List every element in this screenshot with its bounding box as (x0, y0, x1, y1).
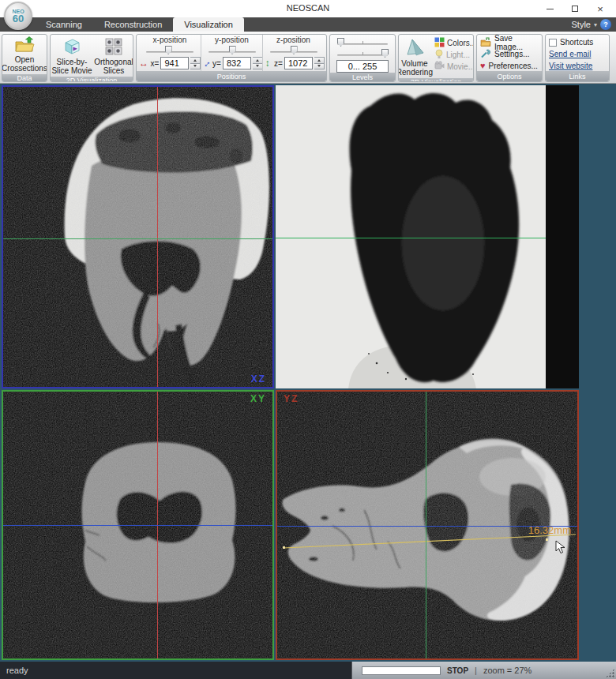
tab-reconstruction[interactable]: Reconstruction (93, 18, 173, 32)
group-2d-visualization: Slice-by-Slice Movie Orthogonal Sl (50, 34, 133, 82)
up-arrow-icon (256, 59, 259, 62)
z-prefix: z= (274, 59, 283, 68)
z-axis-icon: ↕ (262, 58, 272, 69)
y-slider-thumb[interactable] (229, 46, 236, 54)
settings-label: Settings... (494, 50, 529, 58)
volume-rendering-button[interactable]: Volume Rendering (398, 36, 434, 78)
z-position-slider[interactable] (270, 45, 317, 55)
maximize-icon (572, 6, 578, 12)
shortcuts-checkbox-icon (549, 39, 557, 47)
window-title: NEOSCAN (0, 3, 616, 13)
colors-button[interactable]: Colors... (434, 37, 474, 48)
help-icon[interactable]: ? (600, 19, 611, 30)
x-prefix: x= (151, 59, 160, 68)
orthogonal-slices-button[interactable]: Orthogonal Slices (95, 36, 133, 77)
down-arrow-icon (193, 65, 197, 67)
slice-movie-label: Slice-by-Slice Movie (51, 58, 92, 75)
up-arrow-icon (317, 59, 321, 62)
status-right-panel: STOP | zoom = 27% (351, 662, 616, 679)
group-label-positions: Positions (137, 71, 326, 81)
open-crossections-label: Open Crossections (2, 55, 47, 73)
group-label-data: Data (2, 74, 47, 82)
xy-crosshair-horizontal (3, 525, 272, 526)
slider-tick (362, 41, 363, 44)
xz-slice-image (3, 87, 272, 387)
z-spinner (314, 57, 325, 69)
group-options: Save Image... Settings... ♥ Preferences.… (476, 34, 543, 82)
levels-range-input[interactable]: 0... 255 (336, 60, 389, 73)
level-max-slider[interactable] (337, 48, 388, 58)
y-spinner (253, 57, 263, 69)
yz-crosshair-vertical (426, 392, 426, 658)
minimize-button[interactable] (537, 0, 562, 17)
resize-grip[interactable] (606, 669, 614, 677)
save-image-button[interactable]: Save Image... (480, 37, 542, 47)
group-label-levels: Levels (330, 73, 395, 81)
logo-text-bottom: 60 (13, 14, 24, 24)
viewport-yz[interactable]: YZ 16.32mm (276, 390, 579, 660)
z-position-control: z-position ↕ z= 1072 (262, 35, 324, 71)
viewport-workspace: XZ (0, 84, 616, 662)
volume-rendering-icon (404, 38, 425, 58)
x-position-slider[interactable] (146, 45, 193, 55)
xz-viewport-label: XZ (251, 373, 266, 385)
stop-button[interactable]: STOP (447, 666, 468, 675)
light-label: Light... (446, 51, 470, 59)
ribbon-tab-bar: Scanning Reconstruction Visualization St… (0, 17, 616, 32)
projection-crosshair-horizontal (276, 238, 546, 238)
maximize-button[interactable] (562, 0, 588, 17)
orthogonal-slices-icon (105, 38, 122, 57)
viewport-projection[interactable] (276, 85, 579, 388)
app-logo[interactable]: NEO 60 (4, 2, 32, 30)
style-menu[interactable]: Style (572, 20, 591, 29)
yz-viewport-label: YZ (284, 393, 299, 404)
ribbon-toolbar: Open Crossections Data Slice (0, 32, 616, 84)
tab-scanning[interactable]: Scanning (35, 18, 93, 32)
open-folder-icon (14, 36, 35, 54)
minimize-icon (547, 9, 554, 9)
z-spin-down[interactable] (314, 63, 324, 69)
movie-button[interactable]: Movie... (434, 61, 474, 72)
viewport-xy[interactable]: XY (2, 390, 274, 660)
shortcuts-toggle[interactable]: Shortcuts (549, 37, 593, 47)
light-button[interactable]: Light... (434, 49, 474, 60)
preferences-label: Preferences... (489, 62, 538, 70)
light-bulb-icon (434, 49, 444, 61)
visit-website-link[interactable]: Visit website (549, 61, 592, 71)
settings-button[interactable]: Settings... (480, 49, 529, 59)
save-image-icon (480, 37, 491, 48)
projection-image (276, 85, 546, 385)
slice-movie-cube-icon (62, 38, 81, 57)
z-position-input[interactable]: 1072 (284, 57, 313, 69)
movie-label: Movie... (447, 62, 474, 71)
y-spin-down[interactable] (253, 63, 262, 69)
close-button[interactable]: × (588, 0, 613, 17)
group-label-options: Options (477, 71, 542, 81)
slider-tick (362, 52, 363, 55)
orthogonal-slices-label: Orthogonal Slices (94, 58, 133, 75)
x-position-input[interactable]: 941 (160, 57, 189, 69)
send-email-link[interactable]: Send e-mail (549, 49, 591, 59)
x-spin-down[interactable] (190, 63, 200, 69)
y-position-input[interactable]: 832 (223, 57, 251, 69)
level-min-thumb[interactable] (337, 38, 344, 47)
tab-visualization[interactable]: Visualization (173, 17, 244, 32)
x-position-control: x-position ↔ x= 941 (139, 35, 201, 71)
x-slider-thumb[interactable] (165, 46, 172, 54)
x-position-title: x-position (153, 36, 187, 44)
viewport-xz[interactable]: XZ (2, 85, 274, 388)
open-crossections-button[interactable]: Open Crossections (2, 35, 47, 74)
movie-camera-icon (434, 61, 445, 72)
xy-viewport-label: XY (250, 393, 266, 404)
y-position-title: y-position (215, 36, 249, 44)
neoscan-window: NEOSCAN × NEO 60 Scanning Reconstruction… (0, 0, 616, 679)
slice-by-slice-movie-button[interactable]: Slice-by-Slice Movie (51, 36, 93, 77)
group-positions: x-position ↔ x= 941 (136, 34, 327, 82)
level-min-slider[interactable] (337, 37, 388, 47)
y-position-slider[interactable] (208, 45, 256, 55)
z-slider-thumb[interactable] (291, 46, 298, 54)
group-label-2d: 2D Visualization (51, 77, 133, 82)
group-label-3d: 3D Visualization (399, 78, 473, 82)
preferences-button[interactable]: ♥ Preferences... (480, 61, 538, 71)
level-max-thumb[interactable] (381, 49, 389, 58)
